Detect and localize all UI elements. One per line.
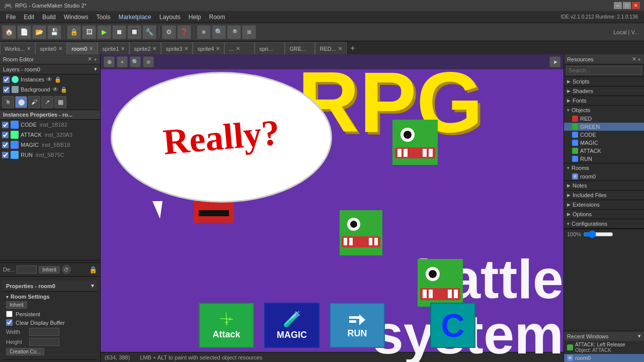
properties-room0-header[interactable]: Properties - room0 ▾: [3, 281, 97, 292]
tab-room0[interactable]: room0 ✕: [67, 42, 98, 54]
tool-cursor[interactable]: ↗: [41, 96, 53, 108]
layer-background-check[interactable]: [3, 86, 10, 93]
minimize-button[interactable]: ─: [614, 2, 622, 9]
scripts-header[interactable]: ▶ Scripts: [564, 77, 644, 86]
tab-sprite4[interactable]: sprite4 ✕: [193, 42, 224, 54]
included-files-header[interactable]: ▶ Included Files: [564, 191, 644, 200]
res-item-run[interactable]: RUN: [564, 155, 644, 163]
tab-sprite1[interactable]: sprite1 ✕: [98, 42, 129, 54]
res-item-code[interactable]: CODE: [564, 131, 644, 139]
canvas-zoom-in[interactable]: +: [117, 56, 128, 67]
res-item-attack[interactable]: ATTACK: [564, 147, 644, 155]
options-header[interactable]: ▶ Options: [564, 210, 644, 219]
zoom-in-button[interactable]: 🔍: [212, 25, 226, 39]
persistent-checkbox[interactable]: [6, 311, 13, 317]
attack-button[interactable]: ⚔ Attack: [199, 303, 254, 348]
width-input[interactable]: 1280: [29, 328, 59, 336]
c-button[interactable]: C: [430, 303, 475, 348]
tab-room0-close[interactable]: ✕: [89, 46, 93, 51]
zoom-out-button[interactable]: 🔎: [227, 25, 241, 39]
layer-background[interactable]: Background 👁 🔒: [0, 84, 100, 95]
tab-sprite0-close[interactable]: ✕: [58, 46, 62, 51]
layers-dropdown-icon[interactable]: ▾: [94, 66, 97, 72]
square-button[interactable]: 🔲: [127, 25, 141, 39]
room-editor-add-icon[interactable]: +: [94, 56, 97, 62]
layer-background-lock[interactable]: 🔒: [60, 86, 67, 93]
creation-code-button[interactable]: Creation Co...: [6, 348, 44, 355]
tab-add-button[interactable]: +: [347, 42, 359, 54]
tab-more[interactable]: ... ✕: [224, 42, 255, 54]
instance-magic-check[interactable]: [2, 142, 9, 148]
rooms-header[interactable]: ▾ Rooms: [564, 163, 644, 172]
tab-sprite1-close[interactable]: ✕: [121, 46, 125, 51]
menu-layouts[interactable]: Layouts: [155, 13, 185, 22]
clock-button[interactable]: ⏱: [62, 265, 71, 274]
run-button[interactable]: RUN: [330, 303, 385, 348]
zoom-slider[interactable]: [583, 230, 613, 238]
height-input[interactable]: 720: [29, 338, 59, 346]
tab-red[interactable]: RED... ✕: [315, 42, 346, 54]
instance-attack-row[interactable]: ATTACK inst_320A3: [0, 130, 100, 140]
help-button[interactable]: ❓: [177, 25, 191, 39]
tab-sprite3-close[interactable]: ✕: [184, 46, 188, 51]
recent-windows-header[interactable]: Recent Windows ▾: [564, 331, 644, 341]
res-item-room0[interactable]: ⊞ room0: [564, 172, 644, 180]
instance-magic-row[interactable]: MAGIC inst_5BB18: [0, 140, 100, 150]
res-item-red[interactable]: RED: [564, 115, 644, 123]
extensions-header[interactable]: ▶ Extensions: [564, 200, 644, 209]
tab-sprite0[interactable]: sprite0 ✕: [35, 42, 67, 54]
objects-header[interactable]: ▾ Objects: [564, 106, 644, 115]
menu-marketplace[interactable]: Marketplace: [114, 13, 155, 22]
menu-windows[interactable]: Windows: [60, 13, 93, 22]
settings-button[interactable]: ⚙: [162, 25, 176, 39]
tab-sprite4-close[interactable]: ✕: [216, 46, 220, 51]
lock-button[interactable]: 🔒: [67, 25, 81, 39]
tab-more-close[interactable]: ✕: [236, 46, 240, 51]
menu-room[interactable]: Room: [205, 13, 229, 22]
magic-button[interactable]: 🧪 MAGIC: [264, 303, 319, 348]
tab-workspace-close[interactable]: ✕: [27, 46, 31, 51]
layer-instances[interactable]: Instances 👁 🔒: [0, 74, 100, 84]
shaders-header[interactable]: ▶ Shaders: [564, 86, 644, 96]
save-button[interactable]: 💾: [47, 25, 61, 39]
res-item-green[interactable]: GREEN: [564, 123, 644, 131]
tab-spri[interactable]: spri...: [255, 42, 285, 54]
menu-tools[interactable]: Tools: [92, 13, 114, 22]
image-button[interactable]: 🖼: [82, 25, 96, 39]
menu-build[interactable]: Build: [38, 13, 60, 22]
canvas-settings[interactable]: ≡: [143, 56, 154, 67]
close-button[interactable]: ✕: [632, 2, 640, 9]
res-item-magic[interactable]: MAGIC: [564, 139, 644, 147]
canvas-search[interactable]: 🔍: [130, 56, 141, 67]
stop-button[interactable]: ⏹: [112, 25, 126, 39]
instance-code-row[interactable]: CODE inst_1B182: [0, 120, 100, 130]
fonts-header[interactable]: ▶ Fonts: [564, 96, 644, 105]
tab-red-close[interactable]: ✕: [338, 46, 342, 51]
tab-sprite2-close[interactable]: ✕: [152, 46, 156, 51]
search-input[interactable]: [566, 66, 642, 75]
home-button[interactable]: 🏠: [2, 25, 16, 39]
tool-select[interactable]: 🖱: [2, 96, 14, 108]
canvas-zoom-fit[interactable]: ⊕: [104, 56, 115, 67]
tool-paint[interactable]: 🖌: [28, 96, 40, 108]
play-button[interactable]: ▶: [97, 25, 111, 39]
configurations-header[interactable]: ▾ Configurations: [564, 219, 644, 228]
debug-button[interactable]: 🔧: [142, 25, 156, 39]
recent-attack[interactable]: ATTACK: Left Release Object: ATTACK: [564, 341, 644, 354]
room-editor-close-icon[interactable]: ✕: [88, 56, 92, 62]
layer-instances-lock[interactable]: 🔒: [54, 76, 61, 83]
instance-code-check[interactable]: [2, 122, 9, 128]
menu-help[interactable]: Help: [185, 13, 205, 22]
resources-add-icon[interactable]: +: [638, 56, 641, 62]
new-button[interactable]: 📄: [17, 25, 31, 39]
menu-file[interactable]: File: [2, 13, 20, 22]
instance-run-check[interactable]: [2, 152, 9, 158]
resources-close-icon[interactable]: ✕: [632, 56, 636, 62]
clear-display-checkbox[interactable]: [6, 319, 13, 326]
layer-instances-vis[interactable]: 👁: [46, 76, 52, 83]
instance-attack-check[interactable]: [2, 132, 9, 138]
canvas-right-arrow[interactable]: ➤: [549, 56, 560, 67]
tab-green[interactable]: GRE...: [285, 42, 315, 54]
depth-input[interactable]: 0: [17, 265, 37, 274]
layer-background-vis[interactable]: 👁: [52, 86, 58, 93]
